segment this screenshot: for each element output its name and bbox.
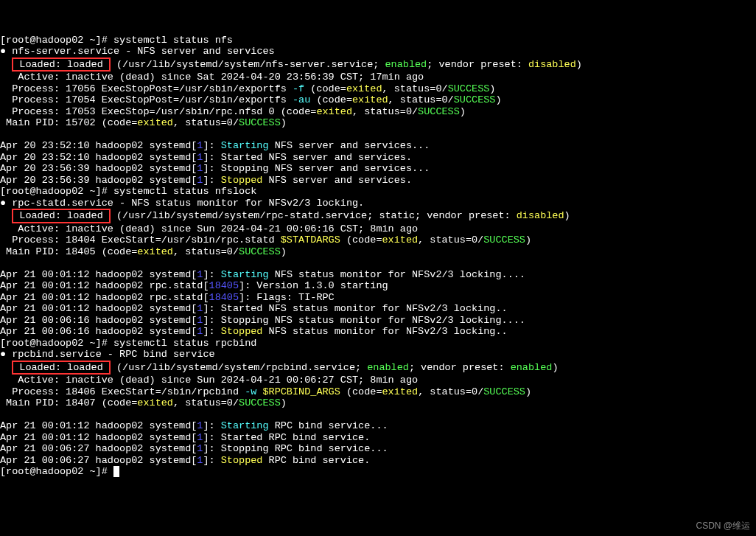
- preset-state: enabled: [511, 362, 553, 373]
- prompt: [root@hadoop02 ~]#: [0, 466, 113, 477]
- active-line: Active: inactive (dead) since Sat 2024-0…: [0, 72, 424, 83]
- preset-state: disabled: [528, 59, 576, 70]
- preset-state: disabled: [517, 210, 564, 221]
- service-name: rpcbind.service: [12, 349, 102, 360]
- enabled-state: enabled: [385, 59, 427, 70]
- enabled-state: enabled: [367, 362, 409, 373]
- watermark: CSDN @维运: [696, 521, 750, 532]
- prompt: [root@hadoop02 ~]#: [0, 338, 113, 349]
- command-text: systemctl status nfslock: [113, 186, 256, 197]
- terminal-output[interactable]: [root@hadoop02 ~]# systemctl status nfs …: [0, 35, 756, 478]
- command-text: systemctl status nfs: [113, 35, 233, 46]
- active-line: Active: inactive (dead) since Sun 2024-0…: [0, 375, 418, 386]
- service-desc: NFS status monitor for NFSv2/3 locking.: [131, 198, 364, 209]
- bullet-icon: ●: [0, 46, 6, 57]
- prompt: [root@hadoop02 ~]#: [0, 186, 113, 197]
- command-text: systemctl status rpcbind: [113, 338, 256, 349]
- cursor-icon[interactable]: [113, 466, 119, 477]
- highlight-loaded: Loaded: loaded: [12, 361, 111, 375]
- service-name: rpc-statd.service: [12, 198, 113, 209]
- service-desc: NFS server and services: [137, 46, 274, 57]
- service-name: nfs-server.service: [12, 46, 119, 57]
- bullet-icon: ●: [0, 198, 6, 209]
- highlight-loaded: Loaded: loaded: [12, 209, 111, 223]
- service-desc: RPC bind service: [119, 349, 215, 360]
- bullet-icon: ●: [0, 349, 6, 360]
- highlight-loaded: Loaded: loaded: [12, 58, 111, 72]
- active-line: Active: inactive (dead) since Sun 2024-0…: [0, 223, 418, 234]
- prompt: [root@hadoop02 ~]#: [0, 35, 113, 46]
